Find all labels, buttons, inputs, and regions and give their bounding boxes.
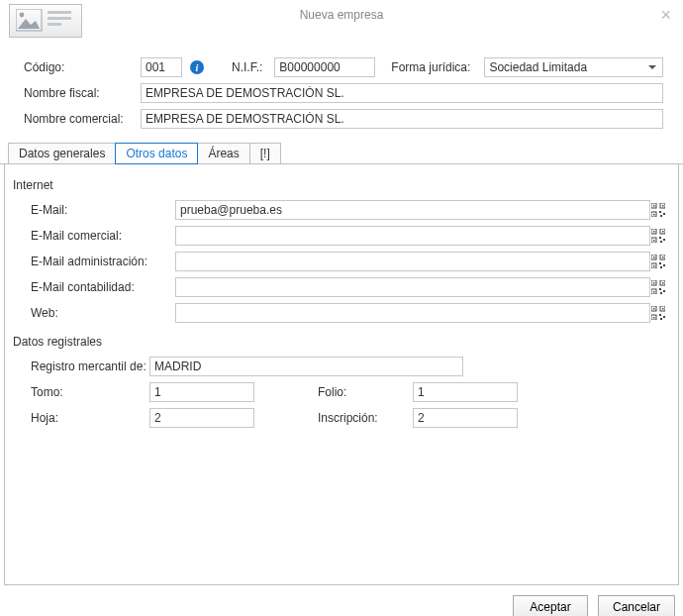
svg-rect-37: [653, 291, 655, 293]
svg-rect-28: [653, 265, 655, 267]
svg-rect-21: [663, 239, 665, 241]
codigo-input[interactable]: [141, 57, 182, 77]
forma-juridica-value: Sociedad Limitada: [489, 60, 587, 74]
svg-rect-22: [660, 241, 662, 243]
svg-rect-45: [662, 308, 664, 310]
inscripcion-input[interactable]: [413, 408, 518, 428]
web-input[interactable]: [175, 303, 650, 323]
svg-rect-27: [662, 257, 664, 258]
svg-rect-2: [48, 11, 71, 14]
iconbox-placeholder: [9, 4, 82, 38]
tomo-input[interactable]: [149, 382, 254, 402]
tomo-label: Tomo:: [31, 385, 149, 399]
nombre-comercial-label: Nombre comercial:: [24, 112, 135, 126]
qr-icon[interactable]: [650, 305, 666, 321]
inscripcion-label: Inscripción:: [318, 411, 413, 425]
svg-rect-38: [659, 288, 661, 290]
email-admin-label: E-Mail administración:: [31, 255, 175, 268]
svg-rect-17: [653, 231, 655, 233]
svg-rect-48: [663, 316, 665, 318]
svg-rect-29: [659, 262, 661, 264]
tab-otros-datos[interactable]: Otros datos: [115, 143, 198, 164]
svg-rect-3: [48, 17, 71, 20]
folio-input[interactable]: [413, 382, 518, 402]
svg-rect-13: [660, 215, 662, 217]
forma-juridica-select[interactable]: Sociedad Limitada: [484, 57, 663, 77]
svg-rect-47: [659, 314, 661, 316]
email-comercial-input[interactable]: [175, 226, 650, 246]
tab-panel-otros-datos: Internet E-Mail: E-Mail comercial: E-Mai…: [4, 164, 679, 585]
registrales-section-title: Datos registrales: [13, 335, 670, 349]
email-input[interactable]: [175, 200, 650, 220]
info-icon[interactable]: i: [190, 60, 204, 74]
svg-point-1: [20, 13, 25, 18]
svg-rect-30: [663, 264, 665, 266]
forma-juridica-label: Forma jurídica:: [391, 60, 470, 74]
nombre-fiscal-input[interactable]: [141, 83, 663, 103]
web-label: Web:: [31, 306, 175, 320]
svg-rect-11: [659, 211, 661, 213]
svg-rect-35: [653, 282, 655, 284]
svg-rect-46: [653, 317, 655, 319]
svg-rect-19: [653, 240, 655, 242]
tab-areas[interactable]: Áreas: [197, 143, 249, 164]
tab-datos-generales[interactable]: Datos generales: [8, 143, 116, 164]
chevron-down-icon: [648, 65, 656, 69]
aceptar-button[interactable]: Aceptar: [513, 595, 588, 616]
registro-mercantil-input[interactable]: [149, 357, 463, 376]
folio-label: Folio:: [318, 385, 413, 399]
tab-alert[interactable]: [!]: [249, 143, 281, 164]
cancelar-button[interactable]: Cancelar: [598, 595, 675, 616]
svg-rect-49: [660, 318, 662, 320]
nombre-comercial-input[interactable]: [141, 109, 663, 129]
registro-mercantil-label: Registro mercantil de:: [31, 359, 149, 373]
nif-input[interactable]: [274, 57, 375, 77]
svg-rect-44: [653, 308, 655, 310]
codigo-label: Código:: [24, 60, 135, 74]
window-title: Nueva empresa: [300, 8, 384, 22]
svg-rect-4: [48, 23, 61, 26]
svg-rect-8: [653, 205, 655, 207]
qr-icon[interactable]: [650, 279, 666, 295]
nombre-fiscal-label: Nombre fiscal:: [24, 86, 135, 100]
qr-icon[interactable]: [650, 228, 666, 244]
hoja-label: Hoja:: [31, 411, 149, 425]
svg-rect-31: [660, 266, 662, 268]
internet-section-title: Internet: [13, 178, 670, 192]
svg-rect-26: [653, 257, 655, 258]
svg-rect-39: [663, 290, 665, 292]
svg-rect-10: [653, 214, 655, 216]
qr-icon[interactable]: [650, 254, 666, 269]
email-label: E-Mail:: [31, 203, 175, 217]
nif-label: N.I.F.:: [232, 60, 262, 74]
svg-rect-36: [662, 282, 664, 284]
svg-rect-12: [663, 213, 665, 215]
svg-rect-40: [660, 292, 662, 294]
svg-rect-9: [662, 205, 664, 207]
svg-rect-20: [659, 237, 661, 239]
email-comercial-label: E-Mail comercial:: [31, 229, 175, 243]
email-cont-label: E-Mail contabilidad:: [31, 280, 175, 294]
svg-rect-18: [662, 231, 664, 233]
close-icon[interactable]: ×: [660, 6, 671, 24]
hoja-input[interactable]: [149, 408, 254, 428]
email-cont-input[interactable]: [175, 277, 650, 297]
qr-icon[interactable]: [650, 202, 666, 218]
email-admin-input[interactable]: [175, 252, 650, 271]
